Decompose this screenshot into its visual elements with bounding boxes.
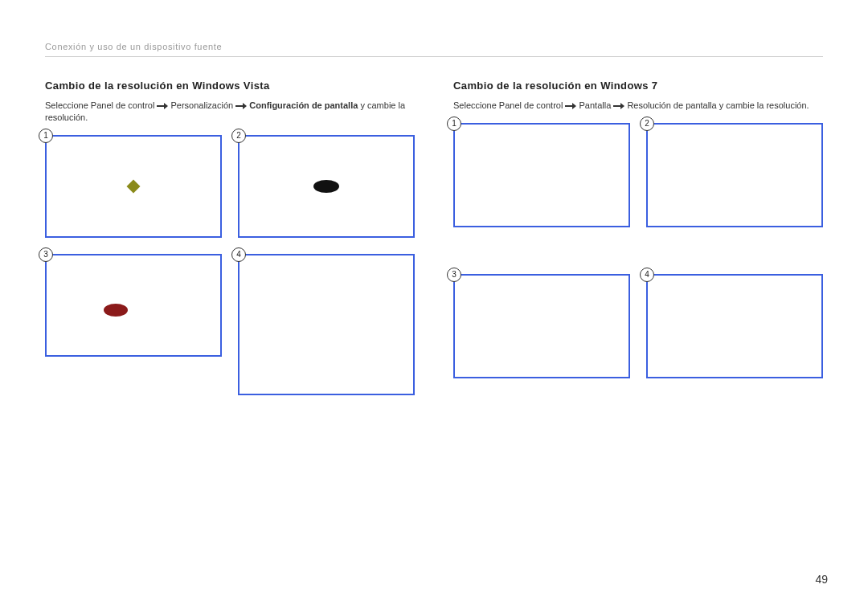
arrow-right-icon [157,103,168,109]
content-columns: Cambio de la resolución en Windows Vista… [45,80,823,395]
step-panel-4: 4 [646,274,823,378]
step-number-badge: 2 [640,116,654,131]
steps-grid-win7: 1 2 3 4 [453,123,823,378]
ellipse-dark-icon [313,180,339,193]
arrow-right-icon [235,103,247,109]
ellipse-red-icon [104,304,128,317]
step-number-badge: 3 [39,247,53,262]
diamond-icon [127,179,141,193]
column-win7: Cambio de la resolución en Windows 7 Sel… [453,80,823,395]
desc-part-2: Pantalla [579,100,614,110]
desc-part-1: Seleccione Panel de control [453,100,565,110]
column-vista: Cambio de la resolución en Windows Vista… [45,80,415,395]
step-panel-1: 1 [45,135,222,238]
step-panel-3: 3 [45,254,222,357]
step-number-badge: 1 [447,116,461,131]
step-panel-2: 2 [238,135,415,238]
desc-part-4: y cambie la resolución. [719,100,809,110]
desc-part-2: Personalización [171,100,236,110]
desc-part-3: Resolución de pantalla [627,100,716,110]
desc-part-bold: Configuración de pantalla [249,100,358,110]
step-panel-3: 3 [453,274,630,378]
document-page: Conexión y uso de un dispositivo fuente … [0,0,868,613]
desc-part-1: Seleccione Panel de control [45,100,157,110]
heading-win7: Cambio de la resolución en Windows 7 [453,80,823,92]
step-number-badge: 1 [39,129,53,143]
arrow-right-icon [565,103,576,109]
step-number-badge: 3 [447,268,461,282]
step-number-badge: 2 [231,129,246,143]
step-panel-4: 4 [238,254,415,395]
steps-grid-vista: 1 2 3 4 [45,135,415,395]
description-win7: Seleccione Panel de control Pantalla Res… [453,100,823,112]
heading-vista: Cambio de la resolución en Windows Vista [45,80,415,92]
arrow-right-icon [613,103,624,109]
description-vista: Seleccione Panel de control Personalizac… [45,100,415,124]
page-number: 49 [815,573,828,586]
step-number-badge: 4 [640,268,654,282]
section-header: Conexión y uso de un dispositivo fuente [45,42,823,57]
step-panel-2: 2 [646,123,823,227]
step-panel-1: 1 [453,123,630,227]
step-number-badge: 4 [231,247,246,262]
